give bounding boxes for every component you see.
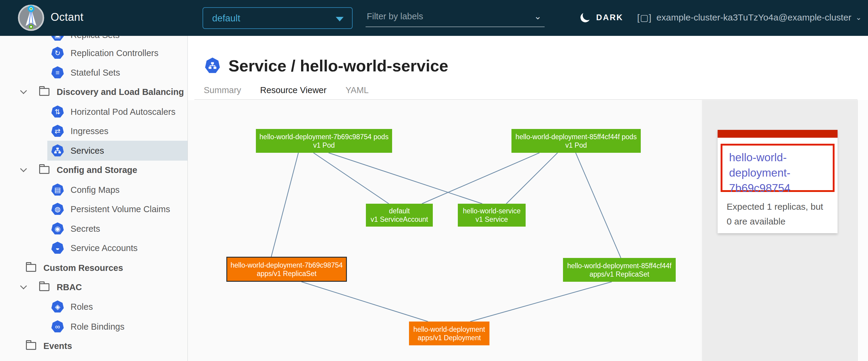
cluster-selector[interactable]: [▢] example-cluster-ka3TuTzYo4a@example-… [637, 10, 862, 25]
sidebar-group-config-and-storage[interactable]: Config and Storage [0, 160, 188, 180]
ingress-icon: ⇄ [51, 125, 64, 137]
folder-icon [39, 166, 50, 174]
sidebar-group-rbac[interactable]: RBAC [0, 277, 188, 297]
chevron-down-icon[interactable] [20, 87, 27, 94]
role-binding-icon: ∞ [51, 320, 64, 333]
chevron-down-icon[interactable]: ⌄ [534, 11, 541, 22]
graph-node-pod-7b69c98754[interactable]: hello-world-deployment-7b69c98754 pods v… [256, 129, 392, 153]
sidebar-group-custom-resources[interactable]: Custom Resources [0, 258, 188, 278]
config-map-icon: ▤ [51, 184, 64, 196]
octant-logo-icon [18, 4, 44, 31]
folder-icon [26, 264, 36, 272]
sidebar-item-persistent-volume-claims[interactable]: ◍ Persistent Volume Claims [47, 199, 188, 219]
navigation-sidebar: ▣ Replica Sets ↻ Replication Controllers… [0, 36, 188, 361]
graph-node-replicaset-7b69c98754[interactable]: hello-world-deployment-7b69c98754 apps/v… [226, 257, 347, 282]
graph-node-replicaset-85ff4cf44f[interactable]: hello-world-deployment-85ff4cf44f apps/v… [563, 258, 676, 282]
folder-icon [39, 88, 50, 96]
chevron-down-icon[interactable] [20, 283, 27, 290]
sidebar-item-horizontal-pod-autoscalers[interactable]: ⇅ Horizontal Pod Autoscalers [47, 102, 188, 122]
sidebar-item-service-accounts[interactable]: ◒ Service Accounts [47, 238, 188, 258]
pvc-icon: ◍ [51, 203, 64, 216]
cluster-icon: [▢] [637, 12, 652, 23]
stateful-set-icon: ≡ [51, 66, 64, 79]
selected-resource-card: hello-world-deployment-7b69c98754 Expect… [718, 130, 838, 233]
replica-warning-message: Expected 1 replicas, but 0 are available [727, 199, 828, 229]
sidebar-group-events[interactable]: Events [0, 336, 188, 356]
app-name: Octant [51, 11, 84, 24]
tab-summary[interactable]: Summary [204, 81, 241, 102]
page-title: Service / hello-world-service [228, 56, 448, 75]
folder-icon [39, 283, 50, 291]
graph-node-pod-85ff4cf44f[interactable]: hello-world-deployment-85ff4cf44f pods v… [512, 129, 641, 153]
folder-icon [26, 342, 36, 350]
resource-tabs: Summary Resource Viewer YAML [204, 81, 388, 102]
namespace-value: default [212, 13, 240, 24]
sidebar-item-config-maps[interactable]: ▤ Config Maps [47, 180, 188, 200]
role-icon: ◈ [51, 300, 64, 313]
replication-controller-icon: ↻ [51, 47, 64, 59]
chevron-down-icon: ⌄ [856, 13, 862, 22]
graph-node-serviceaccount-default[interactable]: default v1 ServiceAccount [366, 204, 433, 227]
selected-resource-link[interactable]: hello-world-deployment-7b69c98754 [729, 150, 826, 196]
app-header: Octant default Filter by labels ⌄ DARK [… [0, 0, 868, 36]
octant-app: Octant default Filter by labels ⌄ DARK [… [0, 0, 868, 361]
main-content: Service / hello-world-service Summary Re… [188, 36, 868, 361]
sidebar-item-services[interactable]: Services [47, 141, 188, 161]
tabs-divider [194, 99, 858, 100]
sidebar-item-role-bindings[interactable]: ∞ Role Bindings [47, 317, 188, 337]
moon-icon [579, 11, 591, 23]
dark-theme-label: DARK [596, 13, 623, 22]
label-filter-input[interactable]: Filter by labels ⌄ [366, 7, 545, 27]
resource-graph: hello-world-deployment-7b69c98754 pods v… [188, 100, 702, 361]
tab-resource-viewer[interactable]: Resource Viewer [260, 81, 327, 102]
sidebar-item-stateful-sets[interactable]: ≡ Stateful Sets [47, 63, 188, 83]
detail-panel: hello-world-deployment-7b69c98754 Expect… [702, 100, 868, 361]
alert-status-bar [718, 130, 838, 138]
dark-theme-toggle[interactable]: DARK [581, 11, 623, 24]
replica-set-icon: ▣ [51, 36, 64, 41]
caret-down-icon [336, 17, 344, 22]
hpa-icon: ⇅ [51, 105, 64, 118]
sidebar-group-discovery-load-balancing[interactable]: Discovery and Load Balancing [0, 82, 188, 102]
label-filter-placeholder: Filter by labels [367, 11, 423, 22]
graph-node-service-hello-world[interactable]: hello-world-service v1 Service [458, 204, 526, 227]
service-account-icon: ◒ [51, 242, 64, 254]
tab-yaml[interactable]: YAML [345, 81, 369, 102]
vertical-scrollbar[interactable] [858, 100, 868, 361]
cluster-name: example-cluster-ka3TuTzYo4a@example-clus… [656, 12, 851, 23]
namespace-dropdown[interactable]: default [203, 7, 352, 29]
sidebar-item-replication-controllers[interactable]: ↻ Replication Controllers [47, 43, 188, 63]
graph-node-deployment-hello-world[interactable]: hello-world-deployment apps/v1 Deploymen… [409, 322, 490, 345]
sidebar-item-secrets[interactable]: ◉ Secrets [47, 219, 188, 239]
secret-icon: ◉ [51, 222, 64, 235]
service-icon [51, 144, 64, 157]
chevron-down-icon[interactable] [20, 165, 27, 172]
service-icon [205, 58, 220, 74]
sidebar-item-ingresses[interactable]: ⇄ Ingresses [47, 121, 188, 141]
sidebar-item-roles[interactable]: ◈ Roles [47, 297, 188, 317]
selected-resource-box: hello-world-deployment-7b69c98754 [721, 144, 835, 192]
